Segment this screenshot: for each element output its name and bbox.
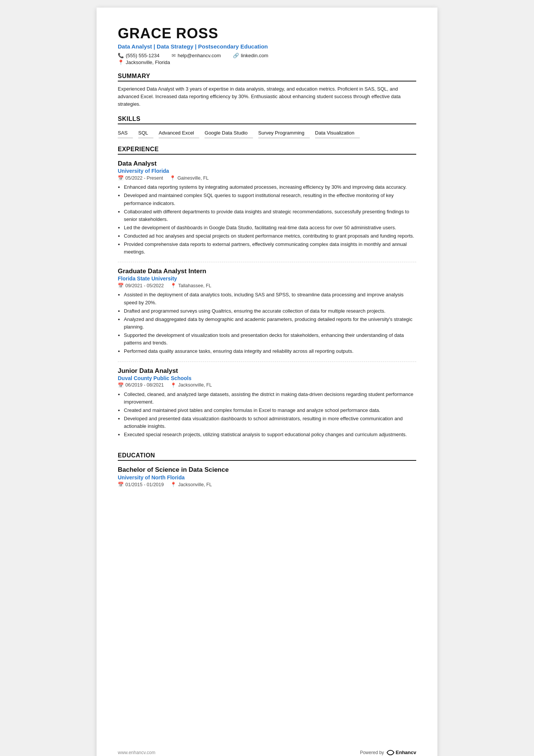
edu-1-school: University of North Florida xyxy=(118,474,416,481)
contact-row: 📞 (555) 555-1234 ✉ help@enhancv.com 🔗 li… xyxy=(118,53,416,58)
education-section: EDUCATION Bachelor of Science in Data Sc… xyxy=(118,452,416,487)
link-icon: 🔗 xyxy=(233,53,239,58)
skills-title: SKILLS xyxy=(118,116,416,124)
candidate-name: GRACE ROSS xyxy=(118,26,416,42)
skill-sas: SAS xyxy=(118,128,133,138)
job-2-bullets: Assisted in the deployment of data analy… xyxy=(118,291,416,355)
email-icon: ✉ xyxy=(172,53,176,58)
job-3-dates: 📅 06/2019 - 08/2021 xyxy=(118,382,164,388)
list-item: Developed and presented data visualizati… xyxy=(124,415,416,430)
job-3-company: Duval County Public Schools xyxy=(118,375,416,381)
list-item: Provided comprehensive data reports to e… xyxy=(124,241,416,256)
job-2-title: Graduate Data Analyst Intern xyxy=(118,268,416,275)
education-title: EDUCATION xyxy=(118,452,416,461)
enhancv-logo: Enhancv xyxy=(386,750,416,755)
summary-title: SUMMARY xyxy=(118,73,416,81)
edu-1-degree: Bachelor of Science in Data Science xyxy=(118,466,416,474)
list-item: Led the development of dashboards in Goo… xyxy=(124,224,416,232)
summary-section: SUMMARY Experienced Data Analyst with 3 … xyxy=(118,73,416,108)
location-row: 📍 Jacksonville, Florida xyxy=(118,59,416,65)
powered-by-text: Powered by xyxy=(360,750,384,755)
calendar-icon-3: 📅 xyxy=(118,382,124,388)
email-address: help@enhancv.com xyxy=(178,53,221,58)
list-item: Created and maintained pivot tables and … xyxy=(124,407,416,414)
list-item: Assisted in the deployment of data analy… xyxy=(124,291,416,306)
edu-1-dates: 📅 01/2015 - 01/2019 xyxy=(118,482,164,487)
job-3-meta: 📅 06/2019 - 08/2021 📍 Jacksonville, FL xyxy=(118,382,416,388)
job-1-company: University of Florida xyxy=(118,168,416,174)
list-item: Collaborated with different departments … xyxy=(124,208,416,223)
summary-text: Experienced Data Analyst with 3 years of… xyxy=(118,85,416,108)
linkedin-url: linkedin.com xyxy=(241,53,268,58)
skill-gds: Google Data Studio xyxy=(205,128,253,138)
job-3-bullets: Collected, cleaned, and analyzed large d… xyxy=(118,391,416,439)
location-icon-edu: 📍 xyxy=(170,482,176,487)
list-item: Analyzed and disaggregated data by demog… xyxy=(124,316,416,331)
list-item: Supported the development of visualizati… xyxy=(124,332,416,347)
candidate-title: Data Analyst | Data Strategy | Postsecon… xyxy=(118,43,416,50)
experience-section: EXPERIENCE Data Analyst University of Fl… xyxy=(118,146,416,445)
job-3-location: 📍 Jacksonville, FL xyxy=(170,382,212,388)
calendar-icon-2: 📅 xyxy=(118,283,124,288)
edu-1: Bachelor of Science in Data Science Univ… xyxy=(118,466,416,487)
calendar-icon-1: 📅 xyxy=(118,175,124,181)
job-3-title: Junior Data Analyst xyxy=(118,367,416,375)
job-2-dates: 📅 09/2021 - 05/2022 xyxy=(118,283,164,288)
page-footer: www.enhancv.com Powered by Enhancv xyxy=(118,750,416,755)
brand-name: Enhancv xyxy=(396,750,416,755)
location-icon-3: 📍 xyxy=(170,382,176,388)
job-1-dates: 📅 05/2022 - Present xyxy=(118,175,163,181)
edu-1-location: 📍 Jacksonville, FL xyxy=(170,482,212,487)
list-item: Executed special research projects, util… xyxy=(124,431,416,438)
job-1-location: 📍 Gainesville, FL xyxy=(170,175,209,181)
job-2-location: 📍 Tallahassee, FL xyxy=(170,283,211,288)
job-2: Graduate Data Analyst Intern Florida Sta… xyxy=(118,268,416,362)
location-icon-2: 📍 xyxy=(170,283,176,288)
skill-survey: Survey Programming xyxy=(258,128,310,138)
list-item: Developed and maintained complex SQL que… xyxy=(124,192,416,207)
linkedin-item: 🔗 linkedin.com xyxy=(233,53,268,58)
header: GRACE ROSS Data Analyst | Data Strategy … xyxy=(118,26,416,65)
experience-title: EXPERIENCE xyxy=(118,146,416,155)
edu-1-meta: 📅 01/2015 - 01/2019 📍 Jacksonville, FL xyxy=(118,482,416,487)
job-1-bullets: Enhanced data reporting systems by integ… xyxy=(118,183,416,256)
calendar-icon-edu: 📅 xyxy=(118,482,124,487)
job-1-meta: 📅 05/2022 - Present 📍 Gainesville, FL xyxy=(118,175,416,181)
phone-icon: 📞 xyxy=(118,53,124,58)
logo-icon xyxy=(386,750,395,755)
phone-item: 📞 (555) 555-1234 xyxy=(118,53,159,58)
job-1-title: Data Analyst xyxy=(118,160,416,167)
location-pin-icon: 📍 xyxy=(118,59,124,65)
location-text: Jacksonville, Florida xyxy=(126,59,170,65)
list-item: Collected, cleaned, and analyzed large d… xyxy=(124,391,416,406)
list-item: Conducted ad hoc analyses and special pr… xyxy=(124,232,416,240)
skill-dataviz: Data Visualization xyxy=(315,128,360,138)
job-2-meta: 📅 09/2021 - 05/2022 📍 Tallahassee, FL xyxy=(118,283,416,288)
job-2-company: Florida State University xyxy=(118,275,416,282)
job-1: Data Analyst University of Florida 📅 05/… xyxy=(118,160,416,262)
footer-brand: Powered by Enhancv xyxy=(360,750,416,755)
skill-excel: Advanced Excel xyxy=(159,128,199,138)
footer-website: www.enhancv.com xyxy=(118,750,155,755)
email-item: ✉ help@enhancv.com xyxy=(172,53,221,58)
phone-number: (555) 555-1234 xyxy=(126,53,159,58)
skills-row: SAS SQL Advanced Excel Google Data Studi… xyxy=(118,128,416,138)
list-item: Enhanced data reporting systems by integ… xyxy=(124,183,416,191)
skill-sql: SQL xyxy=(138,128,153,138)
skills-section: SKILLS SAS SQL Advanced Excel Google Dat… xyxy=(118,116,416,138)
location-icon-1: 📍 xyxy=(170,175,176,181)
job-3: Junior Data Analyst Duval County Public … xyxy=(118,367,416,445)
list-item: Drafted and programmed surveys using Qua… xyxy=(124,307,416,315)
resume-page: GRACE ROSS Data Analyst | Data Strategy … xyxy=(97,8,437,756)
list-item: Performed data quality assurance tasks, … xyxy=(124,347,416,355)
